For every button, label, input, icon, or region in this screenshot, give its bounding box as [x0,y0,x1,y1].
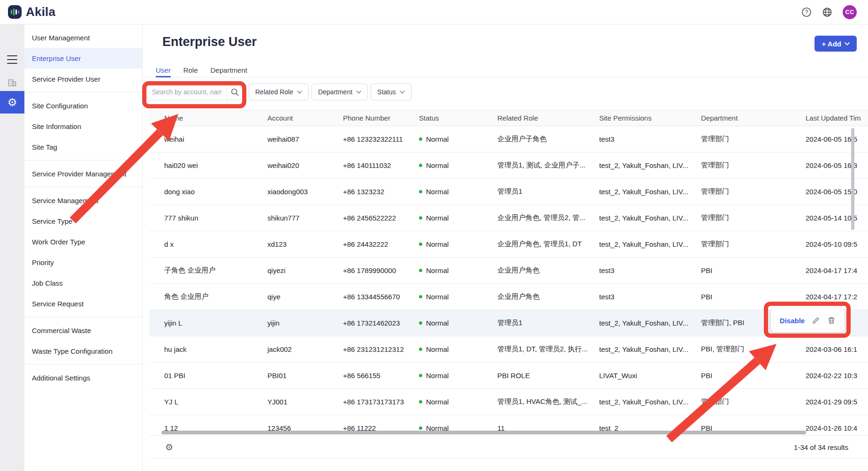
cell-site-permissions: test_2 [599,415,696,431]
cell-last-updated: 2024-01-29 09:5 [806,389,868,415]
cell-related-role: 企业用户角色 [497,258,594,283]
disable-button[interactable]: Disable [780,317,805,325]
main-content: Enterprise User + Add UserRoleDepartment… [143,24,868,471]
column-header-phone-number: Phone Number [343,110,414,126]
app-logo[interactable]: Akila [0,5,55,19]
column-header-department: Department [701,110,801,126]
sidebar-divider [24,92,142,92]
cell-department: PBI [701,363,801,388]
status-label: Normal [426,319,449,327]
cell-department: 管理部门 [701,152,801,178]
search-button[interactable] [227,84,242,100]
sidebar-item-work-order-type[interactable]: Work Order Type [24,231,142,252]
vertical-scrollbar-thumb[interactable] [851,128,854,230]
user-avatar[interactable]: CC [843,5,857,19]
status-dot [419,295,422,298]
table-row-yj001[interactable]: YJ LYJ001+86 173173173173Normal管理员1, HVA… [149,389,868,415]
menu-toggle-icon[interactable] [7,55,17,64]
sidebar-item-service-request[interactable]: Service Request [24,293,142,314]
cell-related-role: 11 [497,415,594,431]
enterprise-buildings-icon[interactable] [8,78,17,87]
sidebar-item-site-information[interactable]: Site Information [24,116,142,137]
table-row-xiaodong003[interactable]: dong xiaoxiaodong003+86 1323232Normal管理员… [149,179,868,205]
cell-department: PBI [701,415,801,431]
cell-status: Normal [419,152,493,178]
filter-status[interactable]: Status [371,84,411,100]
tab-department[interactable]: Department [211,64,247,77]
sidebar-item-site-tag[interactable]: Site Tag [24,137,142,157]
add-button[interactable]: + Add [815,36,857,52]
sidebar-divider [24,317,142,317]
sidebar-item-job-class[interactable]: Job Class [24,273,142,293]
cell-last-updated: 2024-04-17 17:4 [806,258,868,283]
sidebar-item-service-provider-user[interactable]: Service Provider User [24,68,142,89]
cell-related-role: 管理员1 [497,179,594,205]
cell-last-updated: 2024-03-06 16:1 [806,336,868,362]
sidebar-item-enterprise-user[interactable]: Enterprise User [24,48,142,68]
tab-user[interactable]: User [156,64,171,77]
cell-department: 管理部门 [701,389,801,415]
cell-department: PBI, 管理部门 [701,336,801,362]
cell-phone: +86 2456522222 [343,205,414,231]
table-row-shikun777[interactable]: 777 shikunshikun777+86 2456522222Normal企… [149,205,868,231]
cell-last-updated: 2024-05-10 09:5 [806,231,868,257]
globe-icon[interactable] [822,7,832,17]
cell-status: Normal [419,179,493,205]
search-input[interactable] [147,84,227,100]
cell-status: Normal [419,415,493,431]
cell-site-permissions: test_2, Yakult_Foshan, LIV... [599,310,696,336]
row-action-panel: Disable [771,309,845,332]
cell-name: d x [164,231,261,257]
delete-trash-icon[interactable] [827,316,836,325]
table-row-yijin[interactable]: yijin Lyijin+86 17321462023Normal管理员1tes… [149,310,868,336]
table-row-xd123[interactable]: d xxd123+86 24432222Normal企业用户角色, 管理员1, … [149,231,868,258]
status-dot [419,190,422,193]
cell-department: 管理部门 [701,205,801,231]
cell-status: Normal [419,126,493,152]
cell-phone: +86 1323232 [343,179,414,205]
table-row-weihai087[interactable]: weihaiweihai087+86 123232322111Normal企业用… [149,126,868,152]
edit-pencil-icon[interactable] [812,316,820,325]
status-dot [419,137,422,141]
cell-account: xiaodong003 [267,179,338,205]
status-dot [419,400,422,403]
search-icon [231,88,239,96]
cell-related-role: 管理员1, HVAC角色, 测试_... [497,389,594,415]
cell-site-permissions: test_2, Yakult_Foshan, LIV... [599,231,696,257]
table-row-123456[interactable]: 1 12123456+86 11222Normal11test_2PBI2024… [149,415,868,431]
column-settings-icon[interactable]: ⚙ [165,443,173,452]
tab-role[interactable]: Role [183,64,198,77]
table-header: NameAccountPhone NumberStatusRelated Rol… [149,110,868,126]
status-label: Normal [426,372,449,380]
cell-site-permissions: LIVAT_Wuxi [599,363,696,388]
cell-account: weihai087 [267,126,338,152]
sidebar-item-service-type[interactable]: Service Type [24,211,142,231]
cell-account: yijin [267,310,338,336]
table-row-qiyezi[interactable]: 子角色 企业用户qiyezi+86 1789990000Normal企业用户角色… [149,258,868,284]
status-dot [419,348,422,351]
cell-phone: +86 11222 [343,415,414,431]
chevron-down-icon [400,91,405,94]
sidebar-divider [24,160,142,160]
table-row-weihai020[interactable]: hai020 weiweihai020+86 140111032Normal管理… [149,152,868,179]
help-icon[interactable]: ? [801,7,812,17]
table-row-pbi01[interactable]: 01 PBIPBI01+86 566155NormalPBI ROLELIVAT… [149,363,868,389]
settings-rail-item[interactable]: ⚙ [0,91,24,114]
filter-label: Related Role [255,88,293,96]
cell-phone: +86 17321462023 [343,310,414,336]
table-footer: ⚙ 1-34 of 34 results [149,435,868,459]
sidebar-item-priority[interactable]: Priority [24,252,142,273]
cell-account: xd123 [267,231,338,257]
filter-department[interactable]: Department [312,84,368,100]
cell-phone: +86 24432222 [343,231,414,257]
status-dot [419,243,422,246]
table-row-jack002[interactable]: hu jackjack002+86 231231212312Normal管理员1… [149,336,868,363]
table-row-qiye[interactable]: 角色 企业用户qiye+86 13344556670Normal企业用户角色te… [149,284,868,310]
cell-site-permissions: test_2, Yakult_Foshan, LIV... [599,152,696,178]
sidebar-item-waste-type-configuration[interactable]: Waste Type Configuration [24,341,142,361]
svg-text:?: ? [805,9,808,15]
column-header-account: Account [267,110,338,126]
filter-related-role[interactable]: Related Role [249,84,309,100]
cell-last-updated: 2024-01-26 10:4 [806,415,868,431]
horizontal-scrollbar-thumb[interactable] [161,431,806,434]
